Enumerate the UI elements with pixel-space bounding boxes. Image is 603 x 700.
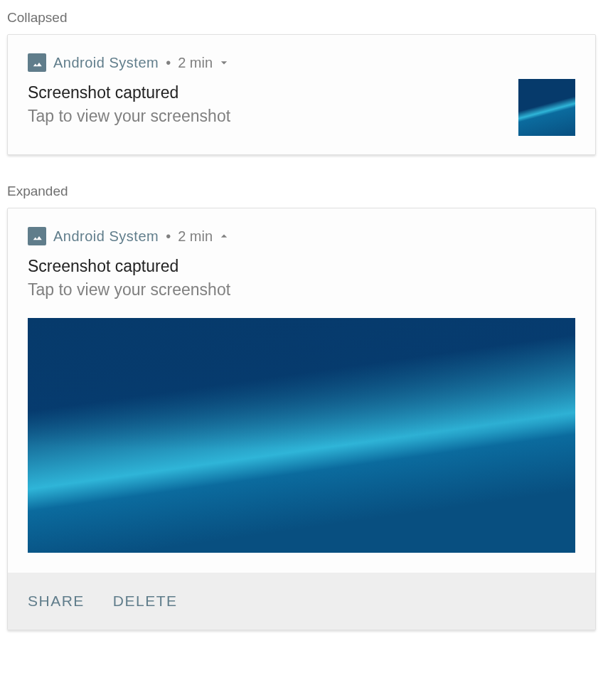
app-name-label: Android System: [53, 55, 159, 71]
action-bar: SHARE DELETE: [8, 573, 595, 630]
timestamp-label: 2 min: [178, 55, 213, 71]
separator-dot: •: [166, 55, 171, 71]
notification-header[interactable]: Android System • 2 min: [8, 35, 595, 79]
delete-button[interactable]: DELETE: [113, 593, 178, 610]
image-icon: [28, 227, 46, 245]
notification-subtitle: Tap to view your screenshot: [28, 107, 504, 126]
app-name-label: Android System: [53, 228, 159, 245]
timestamp-label: 2 min: [178, 228, 213, 245]
chevron-up-icon[interactable]: [217, 229, 231, 243]
screenshot-preview-image: [28, 318, 575, 553]
chevron-down-icon[interactable]: [217, 55, 231, 70]
notification-body[interactable]: Screenshot captured Tap to view your scr…: [8, 79, 595, 154]
notification-subtitle: Tap to view your screenshot: [28, 280, 575, 299]
screenshot-thumbnail: [518, 79, 575, 136]
collapsed-section-label: Collapsed: [7, 10, 596, 26]
share-button[interactable]: SHARE: [28, 593, 85, 610]
expanded-section-label: Expanded: [7, 184, 596, 199]
image-icon: [28, 53, 46, 72]
notification-title: Screenshot captured: [28, 83, 504, 102]
notification-card-expanded[interactable]: Android System • 2 min Screenshot captur…: [7, 208, 596, 630]
notification-body[interactable]: Screenshot captured Tap to view your scr…: [8, 257, 595, 553]
notification-header[interactable]: Android System • 2 min: [8, 208, 595, 253]
notification-card-collapsed[interactable]: Android System • 2 min Screenshot captur…: [7, 34, 596, 155]
separator-dot: •: [166, 228, 171, 245]
notification-title: Screenshot captured: [28, 257, 575, 276]
